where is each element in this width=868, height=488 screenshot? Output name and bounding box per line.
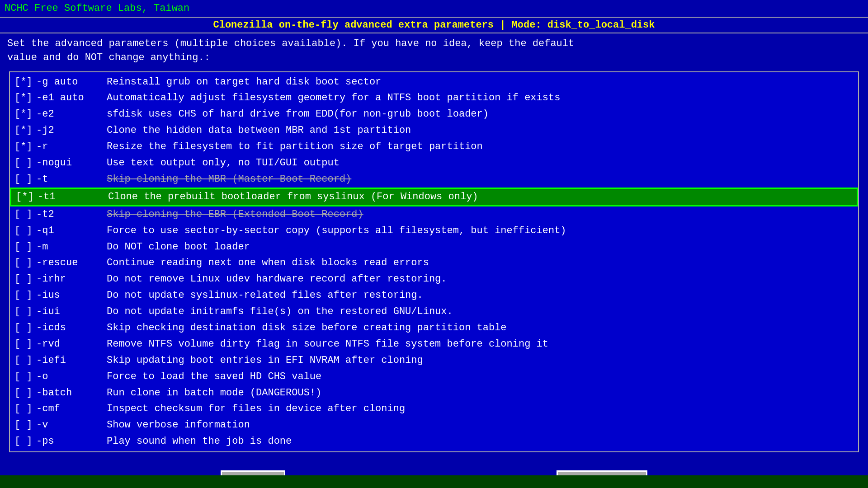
desc-10: Do NOT clone boot loader [107,240,250,254]
desc-21: Show verbose information [107,418,250,432]
description: Set the advanced parameters (multiple ch… [0,33,868,69]
checkbox-16: [ ] [14,337,33,352]
bottom-bar [0,475,868,488]
desc-8: Skip cloning the EBR (Extended Boot Reco… [107,207,363,222]
desc-7: Clone the prebuilt bootloader from sysli… [108,190,478,204]
checkbox-20: [ ] [14,402,33,416]
checkbox-17: [ ] [14,353,33,368]
option-row[interactable]: [ ]-cmfInspect checksum for files in dev… [10,401,858,417]
desc-line1: Set the advanced parameters (multiple ch… [7,37,861,51]
desc-6: Skip cloning the MBR (Master Boot Record… [107,172,351,187]
checkbox-9: [ ] [14,224,33,238]
checkbox-2: [*] [14,107,33,122]
desc-14: Do not update initramfs file(s) on the r… [107,305,453,319]
option-row[interactable]: [*]-t1Clone the prebuilt bootloader from… [10,188,858,206]
option-row[interactable]: [ ]-batchRun clone in batch mode (DANGER… [10,385,858,401]
desc-2: sfdisk uses CHS of hard drive from EDD(f… [107,107,489,122]
header-text: Clonezilla on-the-fly advanced extra par… [213,19,655,31]
desc-9: Force to use sector-by-sector copy (supp… [107,224,566,238]
option-row[interactable]: [*]-g autoReinstall grub on target hard … [10,74,858,90]
flag-8: -t2 [36,207,99,222]
checkbox-22: [ ] [14,434,33,449]
desc-4: Resize the filesystem to fit partition s… [107,140,483,154]
flag-4: -r [36,140,99,154]
flag-3: -j2 [36,123,99,138]
title-bar: NCHC Free Software Labs, Taiwan [0,0,868,17]
option-row[interactable]: [ ]-iuiDo not update initramfs file(s) o… [10,304,858,320]
option-row[interactable]: [ ]-rescueContinue reading next one when… [10,255,858,271]
desc-15: Skip checking destination disk size befo… [107,321,507,335]
flag-1: -e1 auto [36,91,99,105]
checkbox-12: [ ] [14,272,33,286]
desc-17: Skip updating boot entries in EFI NVRAM … [107,353,423,368]
checkbox-18: [ ] [14,370,33,384]
option-row[interactable]: [ ]-tSkip cloning the MBR (Master Boot R… [10,171,858,188]
flag-20: -cmf [36,402,99,416]
header-bar: Clonezilla on-the-fly advanced extra par… [0,17,868,33]
flag-21: -v [36,418,99,432]
flag-10: -m [36,240,99,254]
options-list: [*]-g autoReinstall grub on target hard … [9,71,859,452]
option-row[interactable]: [ ]-vShow verbose information [10,417,858,433]
flag-13: -ius [36,288,99,303]
option-row[interactable]: [*]-rResize the filesystem to fit partit… [10,139,858,155]
option-row[interactable]: [ ]-oForce to load the saved HD CHS valu… [10,369,858,385]
checkbox-15: [ ] [14,321,33,335]
option-row[interactable]: [ ]-mDo NOT clone boot loader [10,239,858,255]
desc-18: Force to load the saved HD CHS value [107,370,321,384]
flag-19: -batch [36,386,99,400]
flag-15: -icds [36,321,99,335]
desc-12: Do not remove Linux udev hardware record… [107,272,447,286]
desc-line2: value and do NOT change anything.: [7,51,861,65]
desc-1: Automatically adjust filesystem geometry… [107,91,560,105]
option-row[interactable]: [*]-j2Clone the hidden data between MBR … [10,122,858,139]
flag-22: -ps [36,434,99,449]
flag-16: -rvd [36,337,99,352]
checkbox-21: [ ] [14,418,33,432]
checkbox-4: [*] [14,140,33,154]
option-row[interactable]: [ ]-psPlay sound when the job is done [10,433,858,450]
option-row[interactable]: [ ]-t2Skip cloning the EBR (Extended Boo… [10,206,858,223]
checkbox-19: [ ] [14,386,33,400]
flag-17: -iefi [36,353,99,368]
desc-19: Run clone in batch mode (DANGEROUS!) [107,386,321,400]
flag-7: -t1 [38,190,101,204]
desc-5: Use text output only, no TUI/GUI output [107,156,340,170]
checkbox-11: [ ] [14,256,33,270]
flag-5: -nogui [36,156,99,170]
flag-12: -irhr [36,272,99,286]
option-row[interactable]: [ ]-q1Force to use sector-by-sector copy… [10,223,858,239]
desc-20: Inspect checksum for files in device aft… [107,402,405,416]
checkbox-5: [ ] [14,156,33,170]
option-row[interactable]: [ ]-irhrDo not remove Linux udev hardwar… [10,271,858,287]
checkbox-13: [ ] [14,288,33,303]
option-row[interactable]: [ ]-iefiSkip updating boot entries in EF… [10,352,858,369]
option-row[interactable]: [ ]-iusDo not update syslinux-related fi… [10,287,858,304]
option-row[interactable]: [ ]-noguiUse text output only, no TUI/GU… [10,155,858,171]
desc-0: Reinstall grub on target hard disk boot … [107,75,381,89]
flag-14: -iui [36,305,99,319]
desc-13: Do not update syslinux-related files aft… [107,288,423,303]
flag-11: -rescue [36,256,99,270]
desc-16: Remove NTFS volume dirty flag in source … [107,337,548,352]
option-row[interactable]: [*]-e2sfdisk uses CHS of hard drive from… [10,106,858,122]
checkbox-0: [*] [14,75,33,89]
checkbox-3: [*] [14,123,33,138]
flag-0: -g auto [36,75,99,89]
desc-22: Play sound when the job is done [107,434,292,449]
flag-9: -q1 [36,224,99,238]
title-text: NCHC Free Software Labs, Taiwan [5,3,189,14]
option-row[interactable]: [ ]-icdsSkip checking destination disk s… [10,320,858,336]
desc-3: Clone the hidden data between MBR and 1s… [107,123,411,138]
option-row[interactable]: [*]-e1 autoAutomatically adjust filesyst… [10,90,858,106]
desc-11: Continue reading next one when disk bloc… [107,256,429,270]
option-row[interactable]: [ ]-rvdRemove NTFS volume dirty flag in … [10,336,858,352]
flag-18: -o [36,370,99,384]
checkbox-7: [*] [16,190,34,204]
flag-2: -e2 [36,107,99,122]
flag-6: -t [36,172,99,187]
checkbox-1: [*] [14,91,33,105]
checkbox-10: [ ] [14,240,33,254]
checkbox-14: [ ] [14,305,33,319]
checkbox-6: [ ] [14,172,33,187]
